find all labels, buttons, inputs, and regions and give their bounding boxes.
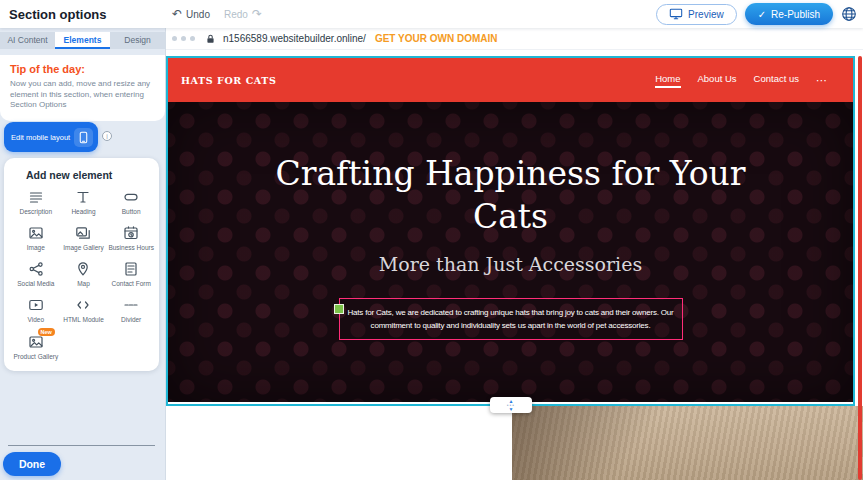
window-dot-icon (190, 36, 195, 41)
republish-label: Re-Publish (771, 9, 820, 20)
tip-title: Tip of the day: (10, 63, 155, 75)
site-logo[interactable]: HATS FOR CATS (181, 75, 276, 86)
image-icon (27, 225, 45, 241)
phone-icon (74, 128, 93, 147)
edit-mobile-layout-button[interactable]: Edit mobile layout (4, 122, 98, 152)
element-map[interactable]: Map (60, 261, 108, 288)
tip-body: Now you can add, move and resize any ele… (10, 79, 155, 111)
element-grid: Description Heading Button Image Image G (12, 189, 155, 361)
heading-icon (74, 189, 92, 205)
tab-elements[interactable]: Elements (55, 32, 110, 49)
element-description[interactable]: Description (12, 189, 60, 216)
nav-about-us[interactable]: About Us (698, 73, 737, 88)
preview-label: Preview (688, 9, 724, 20)
info-icon[interactable]: i (102, 131, 112, 141)
divider-icon (122, 297, 140, 313)
undo-label: Undo (186, 9, 210, 20)
section-resize-handle[interactable]: ▲ ••• ▼ (490, 397, 532, 413)
text-lines-icon (27, 189, 45, 205)
tip-of-the-day-card: Tip of the day: Now you can add, move an… (0, 55, 165, 121)
site-url: n1566589.websitebuilder.online/ (223, 33, 366, 44)
history-controls: ↶ Undo Redo ↷ (172, 8, 262, 20)
topbar-actions: Preview ✓ Re-Publish (656, 3, 857, 25)
tab-design[interactable]: Design (110, 32, 165, 49)
page-title: Section options (0, 7, 107, 22)
redo-button[interactable]: Redo ↷ (224, 8, 262, 20)
add-new-element-panel: Add new element Description Heading Butt… (4, 158, 159, 371)
element-button[interactable]: Button (107, 189, 155, 216)
sidebar-tabs: AI Content Elements Design (0, 32, 165, 49)
lock-icon (205, 33, 216, 45)
edit-mobile-layout-label: Edit mobile layout (11, 133, 70, 142)
video-icon (27, 297, 45, 313)
app: Section options ↶ Undo Redo ↷ Preview ✓ … (0, 0, 863, 480)
browser-bar: n1566589.websitebuilder.online/ GET YOUR… (166, 28, 863, 50)
redo-icon: ↷ (252, 8, 262, 20)
element-contact-form[interactable]: Contact Form (107, 261, 155, 288)
share-icon (27, 261, 45, 277)
preview-scrollbar[interactable] (858, 56, 862, 480)
redo-label: Redo (224, 9, 248, 20)
nav-more-icon[interactable]: ⋯ (816, 74, 827, 87)
hero-subheading[interactable]: More than Just Accessories (168, 253, 853, 275)
preview-button[interactable]: Preview (656, 4, 737, 25)
tab-ai-content[interactable]: AI Content (0, 32, 55, 49)
image-gallery-icon (74, 225, 92, 241)
site-header: HATS FOR CATS Home About Us Contact us ⋯ (168, 58, 853, 102)
next-section-image (512, 406, 863, 480)
element-heading[interactable]: Heading (60, 189, 108, 216)
element-social-media[interactable]: Social Media (12, 261, 60, 288)
nav-home[interactable]: Home (655, 73, 680, 88)
hero-paragraph: Hats for Cats, we are dedicated to craft… (348, 308, 674, 330)
arrow-down-icon: ▼ (509, 407, 514, 411)
window-dot-icon (172, 36, 177, 41)
republish-button[interactable]: ✓ Re-Publish (745, 3, 833, 25)
drag-handle[interactable] (334, 304, 344, 314)
undo-icon: ↶ (172, 8, 182, 20)
undo-button[interactable]: ↶ Undo (172, 8, 210, 20)
hero-paragraph-box[interactable]: Hats for Cats, we are dedicated to craft… (339, 298, 683, 340)
sidebar-divider (8, 445, 155, 446)
window-dot-icon (181, 36, 186, 41)
element-image[interactable]: Image (12, 225, 60, 252)
sidebar: AI Content Elements Design Tip of the da… (0, 28, 166, 480)
nav-contact-us[interactable]: Contact us (754, 73, 799, 88)
monitor-icon (669, 7, 683, 21)
element-product-gallery[interactable]: New Product Gallery (12, 334, 60, 361)
selected-section[interactable]: HATS FOR CATS Home About Us Contact us ⋯… (166, 56, 855, 406)
element-business-hours[interactable]: Business Hours (107, 225, 155, 252)
business-hours-icon (122, 225, 140, 241)
site-nav: Home About Us Contact us ⋯ (655, 73, 827, 88)
element-image-gallery[interactable]: Image Gallery (60, 225, 108, 252)
new-badge: New (38, 328, 55, 336)
element-html-module[interactable]: HTML Module (60, 297, 108, 324)
hero-section: Crafting Happiness for Your Cats More th… (168, 102, 853, 402)
product-gallery-icon: New (27, 334, 45, 350)
done-button[interactable]: Done (3, 452, 61, 476)
map-pin-icon (74, 261, 92, 277)
get-own-domain-link[interactable]: GET YOUR OWN DOMAIN (375, 33, 498, 44)
code-icon (74, 297, 92, 313)
check-icon: ✓ (758, 9, 766, 20)
add-panel-title: Add new element (26, 169, 155, 181)
topbar: Section options ↶ Undo Redo ↷ Preview ✓ … (0, 0, 863, 28)
contact-form-icon (122, 261, 140, 277)
button-icon (122, 189, 140, 205)
hero-heading[interactable]: Crafting Happiness for Your Cats (261, 152, 761, 238)
element-divider[interactable]: Divider (107, 297, 155, 324)
preview-area: n1566589.websitebuilder.online/ GET YOUR… (166, 28, 863, 480)
element-video[interactable]: Video (12, 297, 60, 324)
globe-icon[interactable] (841, 6, 857, 22)
